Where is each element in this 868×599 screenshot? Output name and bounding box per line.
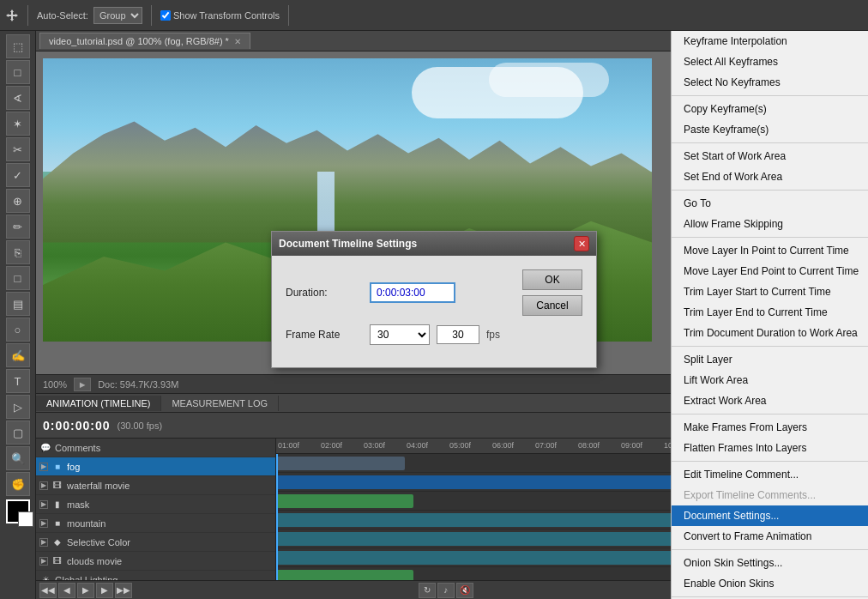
frame-rate-select[interactable]: 30 24 25 60 <box>370 324 430 345</box>
frame-rate-input[interactable] <box>437 325 479 344</box>
dialog-document-timeline-settings: Document Timeline Settings ✕ Duration: O… <box>271 231 597 368</box>
fps-label: fps <box>486 329 500 341</box>
ok-button[interactable]: OK <box>522 269 582 290</box>
dialog-titlebar: Document Timeline Settings ✕ <box>272 232 596 256</box>
dialog-body: Duration: OK Cancel Frame Rate 30 24 25 … <box>272 256 596 367</box>
dialog-overlay: Document Timeline Settings ✕ Duration: O… <box>0 0 868 599</box>
frame-rate-label: Frame Rate <box>286 329 363 341</box>
dialog-close-button[interactable]: ✕ <box>574 236 589 251</box>
duration-input[interactable] <box>370 282 455 303</box>
dialog-buttons: OK Cancel <box>522 269 582 316</box>
duration-row: Duration: OK Cancel <box>286 269 582 316</box>
frame-rate-row: Frame Rate 30 24 25 60 fps <box>286 324 582 345</box>
duration-label: Duration: <box>286 287 363 299</box>
dialog-title: Document Timeline Settings <box>279 238 417 250</box>
cancel-button[interactable]: Cancel <box>522 295 582 316</box>
